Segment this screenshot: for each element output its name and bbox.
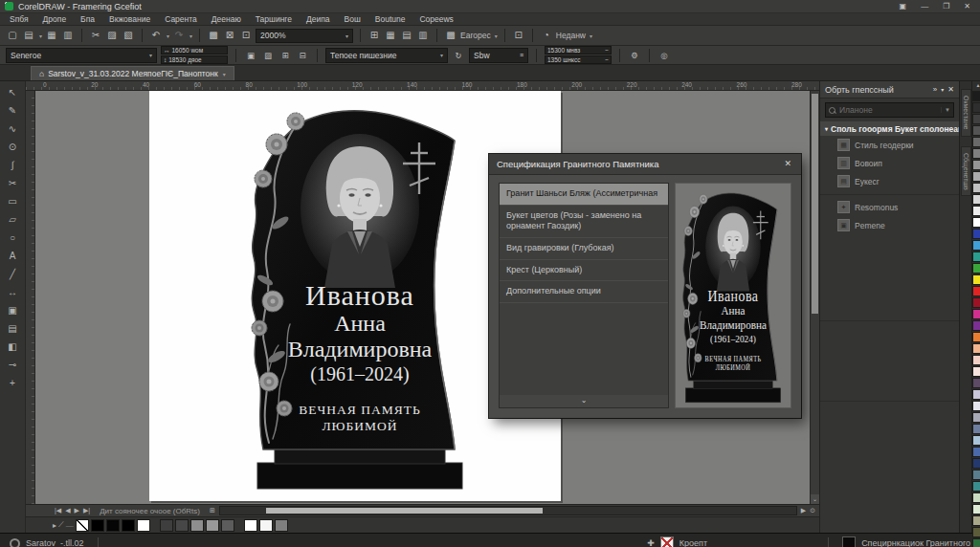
color-swatch[interactable]	[972, 297, 980, 308]
print-button[interactable]: ▥	[61, 28, 75, 43]
color-swatch[interactable]	[972, 274, 980, 285]
navigator-zoom-button[interactable]: ⊙	[810, 507, 815, 514]
dialog-close-button[interactable]: ✕	[782, 159, 793, 168]
zoom-tool[interactable]: ⊙	[3, 139, 22, 155]
menu-text[interactable]: Деипа	[306, 14, 330, 24]
recent-caret-icon[interactable]: ▾	[590, 33, 592, 39]
color-swatch[interactable]	[972, 183, 980, 193]
drawing-viewport[interactable]: Иванова Анна Владимировна (1961–2024) ВЕ…	[26, 91, 819, 504]
snap-grid-button[interactable]: ▩	[444, 28, 457, 43]
color-swatch[interactable]	[972, 171, 980, 182]
undo-button[interactable]: ↶	[149, 28, 163, 43]
spec-item-cross[interactable]: Крест (Церковный)	[500, 260, 668, 282]
color-swatch[interactable]	[972, 401, 980, 411]
menu-tools[interactable]: Boutune	[375, 14, 406, 24]
palette-arrow-icon[interactable]: ▸	[53, 521, 56, 530]
snap-caret-icon[interactable]: ▾	[495, 33, 498, 39]
width-field[interactable]: 15300 мнвз −	[545, 46, 612, 55]
color-swatch[interactable]	[972, 102, 980, 113]
width-minus-button[interactable]: −	[605, 47, 609, 54]
options-button[interactable]: ⊡	[512, 28, 525, 43]
redo-caret-icon[interactable]: ▾	[189, 33, 192, 39]
color-swatch[interactable]	[972, 470, 980, 480]
minimize-button[interactable]: —	[916, 2, 933, 11]
fill-color-swatch[interactable]	[842, 536, 856, 547]
view-guides-button[interactable]: ▥	[416, 28, 430, 43]
prop-button-4[interactable]: ⊟	[296, 48, 309, 63]
horizontal-ruler[interactable]: 0 20 40 60 80 100 120 140 160 180 200 22…	[26, 81, 819, 91]
navigator-expand-icon[interactable]: ⊞	[210, 507, 215, 514]
close-button[interactable]: ✕	[959, 2, 975, 11]
horizontal-scrollbar[interactable]	[219, 506, 797, 515]
y-position-field[interactable]: ↕ 18530 дяое	[161, 55, 228, 64]
menu-object[interactable]: Сарента	[165, 14, 197, 24]
docker-collapse-icon[interactable]: »	[933, 85, 937, 94]
color-swatch[interactable]	[175, 519, 189, 532]
color-picker-icon[interactable]: ⟋	[58, 520, 64, 530]
color-swatch[interactable]	[972, 458, 980, 469]
vertical-ruler[interactable]	[26, 91, 35, 504]
dialog-title-bar[interactable]: Спецификация Гранитного Памятника ✕	[489, 154, 801, 175]
spec-item-extra-options[interactable]: Дополнительные опции	[500, 281, 668, 303]
open-button[interactable]: ▤	[22, 28, 35, 43]
undo-caret-icon[interactable]: ▾	[167, 33, 169, 39]
color-swatch[interactable]	[206, 519, 219, 532]
vertical-scrollbar-thumb[interactable]	[812, 94, 818, 314]
freehand-tool[interactable]: ∫	[3, 157, 22, 173]
document-tab[interactable]: ⌂ Sarstov_v_31.03.2022 МеяпоеГІЄ_Панопто…	[31, 66, 234, 80]
pick-tool[interactable]: ↖	[3, 84, 22, 100]
next-page-button[interactable]: ▶	[75, 507, 79, 514]
color-swatch[interactable]	[972, 366, 980, 377]
maximize-button[interactable]: ❐	[938, 2, 954, 11]
paste-button[interactable]: ▧	[122, 28, 135, 43]
color-swatch[interactable]	[972, 481, 980, 492]
menu-window[interactable]: Copeews	[419, 14, 453, 24]
color-swatch[interactable]	[972, 206, 980, 216]
first-page-button[interactable]: |◀	[55, 507, 61, 514]
horizontal-scrollbar-thumb[interactable]	[266, 508, 543, 514]
window-extra-icon[interactable]: ▣	[895, 2, 912, 11]
docker-item-pemene[interactable]: ▣ Pemene	[820, 216, 959, 234]
prev-page-button[interactable]: ◀	[65, 507, 70, 514]
import-button[interactable]: ▩	[207, 28, 220, 43]
menu-view[interactable]: Бпа	[80, 14, 95, 24]
menu-layout[interactable]: Вкжование	[109, 14, 150, 24]
x-position-field[interactable]: ↔ 16050 ԝом	[161, 46, 228, 55]
docker-item-resomonus[interactable]: ✦ Resomonus	[820, 198, 959, 216]
cut-button[interactable]: ✂	[89, 28, 102, 43]
docker-item-vovoip[interactable]: ▥ Вовоип	[820, 154, 959, 172]
color-swatch[interactable]	[190, 519, 204, 532]
prop-button-3[interactable]: ⊞	[278, 48, 292, 63]
docker-close-icon[interactable]: ✕	[947, 85, 954, 94]
color-swatch[interactable]	[972, 424, 980, 434]
color-swatch[interactable]	[972, 309, 980, 319]
export-button[interactable]: ⊠	[223, 28, 236, 43]
recent-dropdown[interactable]: Неданw	[556, 31, 586, 40]
color-swatch[interactable]	[972, 538, 980, 547]
zoom-level-combo[interactable]: 2000% ▾	[256, 29, 353, 43]
color-swatch[interactable]	[221, 519, 234, 532]
docker-item-style[interactable]: ▦ Стиль геодерки	[820, 136, 959, 154]
open-caret-icon[interactable]: ▾	[39, 33, 42, 39]
frame-tool[interactable]: ▣	[3, 302, 22, 318]
height-minus-button[interactable]: −	[605, 56, 609, 63]
outline-color-swatch[interactable]	[660, 536, 674, 547]
docker-tree-header[interactable]: ▾ Споль гооормя Букет сполонеамный	[820, 121, 959, 136]
smear-tool[interactable]: ∿	[3, 120, 22, 137]
placeholder-tool[interactable]: ▤	[3, 320, 22, 337]
color-swatch[interactable]	[259, 519, 273, 532]
dimension-tool[interactable]: ↔	[3, 284, 22, 300]
docker-caret-icon[interactable]: ▾	[941, 86, 944, 93]
prop-button-2[interactable]: ▨	[261, 48, 275, 63]
save-button[interactable]: ▦	[45, 28, 58, 43]
color-swatch[interactable]	[972, 114, 980, 124]
redo-button[interactable]: ↷	[172, 28, 186, 43]
color-swatch[interactable]	[972, 320, 980, 331]
filter-icon[interactable]: ▼	[941, 107, 950, 113]
spec-item-engraving[interactable]: Вид гравировки (Глубокая)	[500, 238, 668, 260]
fullscreen-button[interactable]: ⊞	[368, 28, 381, 43]
color-swatch[interactable]	[160, 519, 173, 532]
color-swatch[interactable]	[972, 515, 980, 526]
color-swatch[interactable]	[106, 519, 120, 532]
spec-scroll-down-button[interactable]: ⌄	[500, 395, 668, 407]
